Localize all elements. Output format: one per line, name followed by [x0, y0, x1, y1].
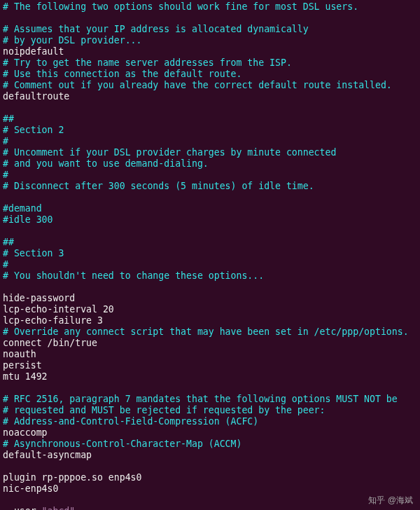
config-line: nic-enp4s0 [3, 483, 417, 495]
config-line: connect /bin/true [3, 338, 417, 349]
user-directive: user [14, 506, 42, 510]
config-line [3, 226, 417, 237]
config-line [3, 282, 417, 293]
config-line: #demand [3, 203, 417, 214]
config-line: # Comment out if you already have the co… [3, 80, 417, 91]
config-line: noauth [3, 349, 417, 360]
config-line: # [3, 136, 417, 147]
config-line: # Assumes that your IP address is alloca… [3, 24, 417, 35]
config-line: defaultroute [3, 91, 417, 102]
config-line: user "abcd" [3, 495, 417, 510]
config-line: # Try to get the name server addresses f… [3, 57, 417, 69]
config-line: ## [3, 113, 417, 125]
config-line: # Section 3 [3, 248, 417, 259]
config-line [3, 192, 417, 203]
config-line: # Override any connect script that may h… [3, 326, 417, 338]
config-line: # [3, 170, 417, 181]
config-line: # Asynchronous-Control-Character-Map (AC… [3, 439, 417, 450]
config-file-viewer[interactable]: # The following two options should work … [3, 1, 417, 495]
config-line [3, 382, 417, 394]
user-value-string: "abcd" [42, 506, 76, 510]
config-line: # Address-and-Control-Field-Compression … [3, 416, 417, 427]
config-line [3, 102, 417, 113]
config-line: noaccomp [3, 427, 417, 439]
config-line: persist [3, 360, 417, 371]
config-line: default-asyncmap [3, 450, 417, 461]
config-line: noipdefault [3, 46, 417, 57]
config-line: # RFC 2516, paragraph 7 mandates that th… [3, 394, 417, 405]
config-line: lcp-echo-failure 3 [3, 315, 417, 326]
config-line: # by your DSL provider... [3, 35, 417, 46]
config-line: # Section 2 [3, 125, 417, 136]
config-line: # The following two options should work … [3, 1, 417, 13]
config-line: # You shouldn't need to change these opt… [3, 270, 417, 282]
config-line: # [3, 259, 417, 270]
config-line [3, 461, 417, 472]
config-line: mtu 1492 [3, 371, 417, 382]
config-line: plugin rp-pppoe.so enp4s0 [3, 472, 417, 483]
config-line: ## [3, 237, 417, 248]
config-line: # Disconnect after 300 seconds (5 minute… [3, 181, 417, 192]
config-line: lcp-echo-interval 20 [3, 304, 417, 315]
config-line: # Uncomment if your DSL provider charges… [3, 147, 417, 158]
config-line: # requested and MUST be rejected if requ… [3, 405, 417, 416]
config-line: # and you want to use demand-dialing. [3, 158, 417, 170]
config-line: hide-password [3, 293, 417, 304]
config-line: # Use this connection as the default rou… [3, 69, 417, 80]
config-line: #idle 300 [3, 214, 417, 226]
config-line [3, 13, 417, 24]
